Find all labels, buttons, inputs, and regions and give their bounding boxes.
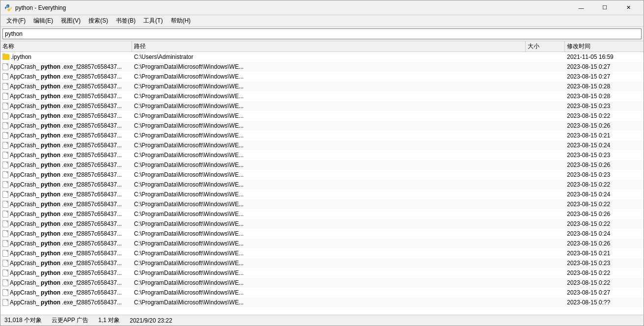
row-path-cell: C:\ProgramData\Microsoft\Windows\WE...: [132, 162, 526, 168]
row-name-cell: AppCrash_python.exe_f28857c658437...: [0, 240, 132, 247]
row-path-cell: C:\ProgramData\Microsoft\Windows\WE...: [132, 152, 526, 159]
row-name-pre: AppCrash_: [10, 83, 39, 90]
row-name-cell: AppCrash_python.exe_f28857c658437...: [0, 289, 132, 296]
row-name-post: .exe_f28857c658437...: [62, 230, 122, 237]
row-name-bold: python: [41, 250, 60, 257]
table-row[interactable]: AppCrash_python.exe_f28857c658437...C:\P…: [0, 170, 644, 180]
maximize-button[interactable]: ☐: [593, 0, 616, 15]
menu-edit[interactable]: 编辑(E): [29, 15, 57, 27]
table-row[interactable]: AppCrash_python.exe_f28857c658437...C:\P…: [0, 82, 644, 91]
row-name-bold: python: [41, 112, 60, 119]
table-row[interactable]: AppCrash_python.exe_f28857c658437...C:\P…: [0, 199, 644, 209]
row-name-bold: python: [41, 142, 60, 149]
table-row[interactable]: AppCrash_python.exe_f28857c658437...C:\P…: [0, 278, 644, 288]
table-row[interactable]: AppCrash_python.exe_f28857c658437...C:\P…: [0, 121, 644, 131]
row-name-post: .exe_f28857c658437...: [62, 289, 122, 296]
row-path-cell: C:\ProgramData\Microsoft\Windows\WE...: [132, 181, 526, 188]
row-date-cell: 2023-08-15 0:26: [565, 240, 644, 247]
table-row[interactable]: AppCrash_python.exe_f28857c658437...C:\P…: [0, 209, 644, 219]
row-name-cell: AppCrash_python.exe_f28857c658437...: [0, 103, 132, 109]
menu-bookmark[interactable]: 书签(B): [112, 15, 139, 27]
table-row[interactable]: AppCrash_python.exe_f28857c658437...C:\P…: [0, 190, 644, 199]
file-icon: [2, 191, 8, 198]
row-name-pre: AppCrash_: [10, 299, 39, 306]
file-icon: [2, 93, 8, 100]
table-row[interactable]: .ipythonC:\Users\Administrator2021-11-05…: [0, 52, 644, 62]
minimize-button[interactable]: —: [570, 0, 592, 15]
row-name-cell: AppCrash_python.exe_f28857c658437...: [0, 279, 132, 286]
table-row[interactable]: AppCrash_python.exe_f28857c658437...C:\P…: [0, 101, 644, 111]
row-name-cell: AppCrash_python.exe_f28857c658437...: [0, 211, 132, 217]
table-row[interactable]: AppCrash_python.exe_f28857c658437...C:\P…: [0, 248, 644, 258]
row-path-cell: C:\ProgramData\Microsoft\Windows\WE...: [132, 191, 526, 198]
row-name-pre: AppCrash_: [10, 73, 39, 80]
row-name-cell: AppCrash_python.exe_f28857c658437...: [0, 142, 132, 149]
row-name-pre: AppCrash_: [10, 103, 39, 109]
column-header-path[interactable]: 路径: [132, 41, 526, 52]
column-header-size[interactable]: 大小: [526, 41, 565, 52]
table-row[interactable]: AppCrash_python.exe_f28857c658437...C:\P…: [0, 131, 644, 140]
row-date-cell: 2023-08-15 0:22: [565, 201, 644, 208]
menu-file[interactable]: 文件(F): [2, 15, 29, 27]
file-icon: [2, 250, 8, 257]
row-name-pre: AppCrash_: [10, 171, 39, 178]
column-header-date[interactable]: 修改时间: [565, 41, 644, 52]
row-name-pre: AppCrash_: [10, 230, 39, 237]
row-name-cell: AppCrash_python.exe_f28857c658437...: [0, 191, 132, 198]
row-path-cell: C:\ProgramData\Microsoft\Windows\WE...: [132, 73, 526, 80]
table-row[interactable]: AppCrash_python.exe_f28857c658437...C:\P…: [0, 150, 644, 160]
row-name-cell: AppCrash_python.exe_f28857c658437...: [0, 162, 132, 168]
row-name-bold: python: [41, 240, 60, 247]
menu-tools[interactable]: 工具(T): [139, 15, 166, 27]
table-row[interactable]: AppCrash_python.exe_f28857c658437...C:\P…: [0, 62, 644, 72]
menu-search[interactable]: 搜索(S): [84, 15, 112, 27]
row-path-cell: C:\ProgramData\Microsoft\Windows\WE...: [132, 93, 526, 100]
table-row[interactable]: AppCrash_python.exe_f28857c658437...C:\P…: [0, 298, 644, 307]
row-name-post: .exe_f28857c658437...: [62, 260, 122, 267]
row-date-cell: 2023-08-15 0:21: [565, 250, 644, 257]
file-icon: [2, 132, 8, 139]
close-button[interactable]: ✕: [617, 0, 640, 15]
row-date-cell: 2023-08-15 0:22: [565, 270, 644, 276]
row-date-cell: 2023-08-15 0:28: [565, 93, 644, 100]
row-name-bold: python: [41, 162, 60, 168]
table-row[interactable]: AppCrash_python.exe_f28857c658437...C:\P…: [0, 219, 644, 229]
row-name-pre: AppCrash_: [10, 191, 39, 198]
row-path-cell: C:\ProgramData\Microsoft\Windows\WE...: [132, 83, 526, 90]
file-icon: [2, 279, 8, 286]
table-row[interactable]: AppCrash_python.exe_f28857c658437...C:\P…: [0, 229, 644, 239]
row-name-bold: python: [41, 132, 60, 139]
search-input[interactable]: [2, 28, 642, 39]
table-body[interactable]: .ipythonC:\Users\Administrator2021-11-05…: [0, 52, 644, 315]
status-date: 2021/9/20 23:22: [130, 317, 172, 324]
menu-help[interactable]: 帮助(H): [167, 15, 195, 27]
table-row[interactable]: AppCrash_python.exe_f28857c658437...C:\P…: [0, 239, 644, 248]
table-row[interactable]: AppCrash_python.exe_f28857c658437...C:\P…: [0, 180, 644, 190]
row-name-post: .exe_f28857c658437...: [62, 122, 122, 129]
row-name-bold: python: [41, 211, 60, 217]
row-date-cell: 2023-08-15 0:23: [565, 103, 644, 109]
row-name-bold: python: [41, 201, 60, 208]
row-name-post: .exe_f28857c658437...: [62, 132, 122, 139]
row-name-pre: AppCrash_: [10, 240, 39, 247]
table-row[interactable]: AppCrash_python.exe_f28857c658437...C:\P…: [0, 258, 644, 268]
table-row[interactable]: AppCrash_python.exe_f28857c658437...C:\P…: [0, 91, 644, 101]
row-path-cell: C:\ProgramData\Microsoft\Windows\WE...: [132, 220, 526, 227]
table-row[interactable]: AppCrash_python.exe_f28857c658437...C:\P…: [0, 140, 644, 150]
row-name-cell: AppCrash_python.exe_f28857c658437...: [0, 299, 132, 306]
row-path-cell: C:\ProgramData\Microsoft\Windows\WE...: [132, 230, 526, 237]
row-path-cell: C:\ProgramData\Microsoft\Windows\WE...: [132, 299, 526, 306]
table-row[interactable]: AppCrash_python.exe_f28857c658437...C:\P…: [0, 72, 644, 82]
row-name-bold: python: [41, 220, 60, 227]
row-name-post: .exe_f28857c658437...: [62, 152, 122, 159]
table-row[interactable]: AppCrash_python.exe_f28857c658437...C:\P…: [0, 288, 644, 298]
table-row[interactable]: AppCrash_python.exe_f28857c658437...C:\P…: [0, 160, 644, 170]
column-header-name[interactable]: 名称: [0, 41, 132, 52]
row-name-cell: AppCrash_python.exe_f28857c658437...: [0, 171, 132, 178]
table-row[interactable]: AppCrash_python.exe_f28857c658437...C:\P…: [0, 111, 644, 121]
menu-view[interactable]: 视图(V): [57, 15, 84, 27]
row-name-post: .exe_f28857c658437...: [62, 103, 122, 109]
row-name-bold: python: [41, 289, 60, 296]
table-row[interactable]: AppCrash_python.exe_f28857c658437...C:\P…: [0, 268, 644, 278]
row-name-pre: AppCrash_: [10, 63, 39, 70]
